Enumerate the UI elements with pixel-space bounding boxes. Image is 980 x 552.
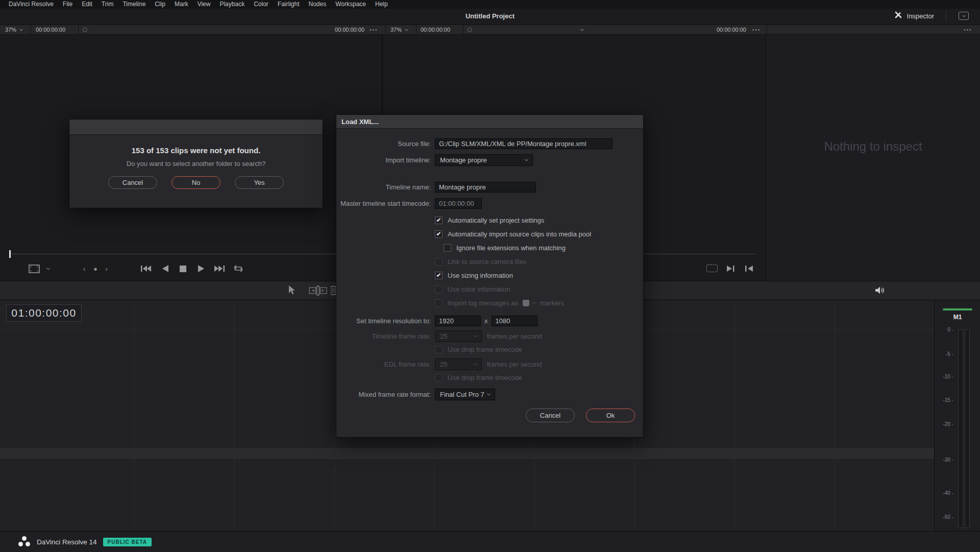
menu-item-file[interactable]: File [58, 0, 77, 9]
go-to-end-button[interactable] [214, 263, 225, 274]
checkbox [435, 285, 443, 293]
checkbox-label: Use sizing information [448, 272, 513, 279]
inspector-label: Inspector [907, 12, 934, 20]
checkbox[interactable]: ✔ [435, 230, 443, 238]
selection-tool-icon[interactable] [288, 285, 296, 297]
menu-item-view[interactable]: View [193, 0, 215, 9]
xml-ok-button[interactable]: Ok [586, 409, 635, 422]
resolution-width-input[interactable]: 1920 [435, 316, 481, 326]
right-viewer-right-timecode: 00:00:00:00 [708, 25, 746, 34]
menu-item-mark[interactable]: Mark [170, 0, 193, 9]
menu-item-workspace[interactable]: Workspace [331, 0, 371, 9]
clips-dialog-titlebar[interactable] [69, 119, 323, 135]
viewer-toolbar: 37% 00:00:00:00 00:00:00:00 ••• 37% 00:0… [0, 25, 980, 35]
viewer-playhead[interactable] [9, 250, 11, 258]
tools-icon [894, 11, 903, 21]
right-viewer-marker-badge[interactable] [468, 25, 472, 34]
stop-button[interactable] [180, 263, 186, 274]
menu-item-clip[interactable]: Clip [150, 0, 170, 9]
left-viewer-zoom-value: 37% [5, 27, 16, 33]
start-timecode-input[interactable]: 01:00:00:00 [435, 198, 482, 209]
start-timecode-label: Master timeline start timecode: [336, 200, 431, 207]
left-viewer-marker-badge[interactable] [83, 25, 87, 34]
loop-button[interactable] [234, 263, 243, 274]
trim-edit-mode-icon[interactable] [309, 285, 327, 298]
cancel-button[interactable]: Cancel [108, 176, 157, 189]
inspector-options-menu[interactable]: ••• [964, 25, 972, 34]
right-viewer-timecode[interactable]: 00:00:00:00 [421, 25, 450, 34]
timeline-fps-label: Timeline frame rate: [336, 332, 431, 340]
checkbox[interactable]: ✔ [435, 217, 443, 224]
load-xml-dialog: Load XML... Source file: G:/Clip SLM/XML… [336, 114, 644, 438]
checkbox-label: Automatically import source clips into m… [448, 230, 591, 238]
resolution-height-input[interactable]: 1080 [492, 316, 537, 326]
play-reverse-button[interactable] [162, 263, 168, 274]
menu-item-color[interactable]: Color [249, 0, 273, 9]
meter-tick-label: -20 - [938, 421, 953, 427]
checkbox-row: ✔Use sizing information [435, 271, 643, 280]
checkbox[interactable] [444, 244, 451, 252]
meter-tick-label: -15 - [938, 397, 953, 403]
play-to-end-icon[interactable] [727, 263, 734, 274]
audio-meter-panel: M1 0 --5 --10 --15 --20 --30 --40 --50 - [934, 300, 980, 531]
checkbox-label: Ignore file extensions when matching [456, 244, 566, 252]
go-to-start-button[interactable] [141, 263, 151, 274]
checkbox[interactable]: ✔ [435, 272, 443, 279]
left-viewer-timecode[interactable]: 00:00:00:00 [36, 25, 65, 34]
marker-color-swatch[interactable] [523, 300, 529, 306]
menu-item-trim[interactable]: Trim [97, 0, 118, 9]
timeline-name-input[interactable]: Montage propre [435, 182, 536, 193]
clips-not-found-dialog: 153 of 153 clips were not yet found. Do … [69, 119, 323, 208]
project-title: Untitled Project [0, 12, 980, 20]
right-viewer-options-menu[interactable]: ••• [752, 25, 761, 34]
xml-dialog-title: Load XML... [341, 118, 379, 126]
xml-cancel-button[interactable]: Cancel [526, 409, 575, 422]
yes-button[interactable]: Yes [235, 176, 284, 189]
source-file-input[interactable]: G:/Clip SLM/XML/XML de PP/Montage propre… [435, 138, 612, 149]
timeline-track-divider [0, 448, 934, 459]
checkbox-label: Use color information [448, 285, 510, 293]
left-viewer-options-menu[interactable]: ••• [370, 25, 378, 34]
inspector-panel: Nothing to inspect [766, 35, 980, 281]
jog-control[interactable]: ‹ ● › [83, 263, 111, 274]
inspector-button[interactable]: Inspector [894, 11, 934, 21]
play-button[interactable] [198, 263, 204, 274]
speaker-icon[interactable] [875, 286, 885, 297]
import-log-checkbox[interactable] [435, 299, 443, 307]
menu-item-davinci-resolve[interactable]: DaVinci Resolve [4, 0, 58, 9]
no-button[interactable]: No [172, 176, 220, 189]
menu-item-timeline[interactable]: Timeline [118, 0, 150, 9]
import-timeline-label: Import timeline: [336, 156, 431, 164]
mixer-channel-label: M1 [935, 314, 980, 321]
menu-item-help[interactable]: Help [371, 0, 393, 9]
right-viewer-dropdown[interactable] [581, 25, 583, 34]
go-to-first-icon[interactable] [745, 263, 753, 274]
meter-tick-label: 0 - [938, 327, 953, 332]
import-timeline-dropdown[interactable]: Montage propre [435, 154, 533, 166]
checkbox-row: ✔Automatically import source clips into … [435, 229, 643, 239]
xml-checkbox-group: ✔Automatically set project settings✔Auto… [336, 215, 643, 294]
import-log-row: Import log messages as markers [435, 298, 643, 308]
match-frame-icon[interactable] [706, 265, 718, 272]
panel-toggle-icon[interactable] [959, 12, 969, 20]
viewer-mode-dropdown[interactable] [47, 263, 50, 274]
drop-frame-checkbox-2 [435, 374, 443, 381]
menu-item-edit[interactable]: Edit [77, 0, 97, 9]
menu-item-nodes[interactable]: Nodes [304, 0, 331, 9]
public-beta-badge: PUBLIC BETA [103, 538, 152, 546]
timeline-playhead-timecode[interactable]: 01:00:00:00 [6, 304, 82, 322]
viewer-mode-icon[interactable] [29, 263, 40, 274]
clips-dialog-title: 153 of 153 clips were not yet found. [69, 146, 323, 155]
mixed-format-dropdown[interactable]: Final Cut Pro 7 [435, 389, 495, 400]
menu-item-playback[interactable]: Playback [215, 0, 249, 9]
source-file-label: Source file: [336, 140, 431, 148]
page-bar: DaVinci Resolve 14 PUBLIC BETA Media Edi… [0, 531, 980, 552]
left-viewer-zoom-select[interactable]: 37% [5, 25, 22, 34]
meter-bar-right [965, 329, 970, 528]
marker-color-dropdown[interactable] [532, 301, 536, 304]
xml-dialog-titlebar[interactable]: Load XML... [336, 115, 643, 129]
menu-item-fairlight[interactable]: Fairlight [273, 0, 304, 9]
left-viewer-right-timecode: 00:00:00:00 [327, 25, 364, 34]
app-brand: DaVinci Resolve 14 PUBLIC BETA [0, 536, 214, 547]
right-viewer-zoom-select[interactable]: 37% [390, 25, 408, 34]
